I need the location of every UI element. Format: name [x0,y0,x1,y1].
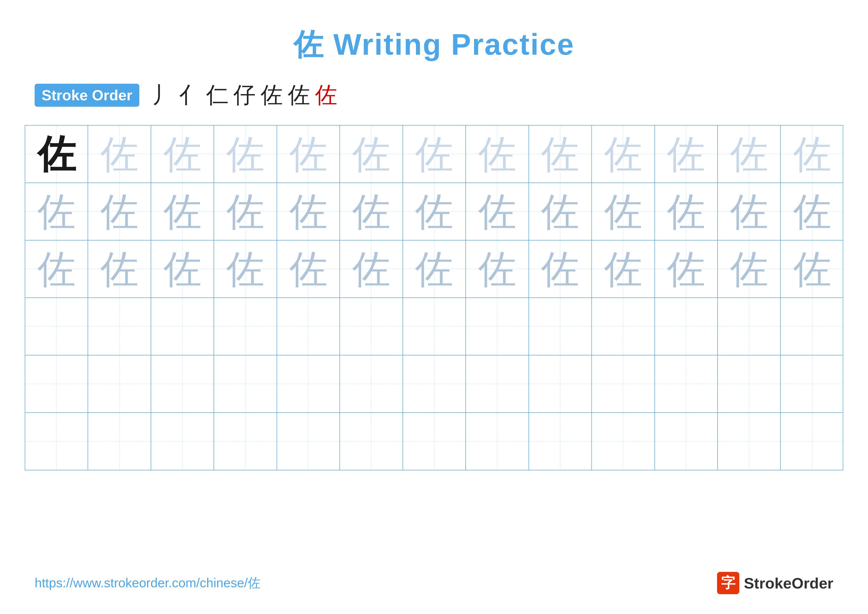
grid-cell[interactable]: 佐 [340,183,403,240]
grid-cell[interactable] [592,355,655,412]
char-medium: 佐 [352,193,391,231]
grid-cell[interactable] [466,355,529,412]
footer-url[interactable]: https://www.strokeorder.com/chinese/佐 [35,574,260,592]
grid-cell[interactable]: 佐 [718,183,781,240]
grid-cell[interactable]: 佐 [781,183,843,240]
grid-cell[interactable]: 佐 [529,183,592,240]
grid-cell[interactable] [718,298,781,355]
grid-cell[interactable] [781,355,843,412]
stroke-7: 佐 [315,80,337,110]
grid-cell[interactable] [466,298,529,355]
char-medium: 佐 [541,193,579,231]
grid-cell[interactable]: 佐 [25,126,88,183]
grid-cell[interactable] [403,355,466,412]
grid-cell[interactable] [466,413,529,470]
grid-cell[interactable] [529,413,592,470]
grid-cell[interactable]: 佐 [214,126,277,183]
practice-grid: 佐 佐 佐 佐 佐 佐 佐 佐 佐 佐 佐 佐 佐 佐 佐 佐 佐 佐 佐 佐 … [25,125,843,470]
grid-cell[interactable] [781,298,843,355]
char-light: 佐 [100,135,139,173]
grid-cell[interactable]: 佐 [592,241,655,297]
grid-cell[interactable]: 佐 [466,126,529,183]
grid-row-5 [25,355,843,413]
grid-cell[interactable]: 佐 [277,126,340,183]
stroke-5: 佐 [260,80,283,110]
grid-cell[interactable] [592,413,655,470]
char-medium: 佐 [793,250,831,288]
grid-cell[interactable] [151,355,214,412]
grid-cell[interactable]: 佐 [340,241,403,297]
grid-cell[interactable]: 佐 [781,126,843,183]
grid-cell[interactable] [214,413,277,470]
logo-icon: 字 [717,572,739,594]
grid-cell[interactable]: 佐 [88,241,151,297]
grid-cell[interactable]: 佐 [655,183,718,240]
grid-cell[interactable]: 佐 [718,241,781,297]
grid-cell[interactable] [781,413,843,470]
grid-cell[interactable] [25,413,88,470]
grid-cell[interactable]: 佐 [655,241,718,297]
grid-cell[interactable]: 佐 [151,183,214,240]
grid-cell[interactable] [277,298,340,355]
grid-cell[interactable]: 佐 [403,126,466,183]
grid-cell[interactable]: 佐 [277,241,340,297]
grid-cell[interactable] [88,355,151,412]
char-light: 佐 [226,135,265,173]
grid-cell[interactable]: 佐 [88,126,151,183]
stroke-order-badge: Stroke Order [35,84,139,107]
grid-cell[interactable] [655,413,718,470]
grid-cell[interactable]: 佐 [403,183,466,240]
grid-cell[interactable]: 佐 [466,183,529,240]
grid-cell[interactable]: 佐 [529,241,592,297]
grid-cell[interactable] [151,298,214,355]
grid-cell[interactable] [214,355,277,412]
grid-cell[interactable]: 佐 [277,183,340,240]
page-title: 佐 Writing Practice [0,0,868,65]
grid-cell[interactable] [88,298,151,355]
grid-cell[interactable] [214,298,277,355]
grid-cell[interactable] [25,355,88,412]
grid-cell[interactable]: 佐 [151,126,214,183]
grid-cell[interactable]: 佐 [88,183,151,240]
grid-cell[interactable] [529,298,592,355]
char-light: 佐 [478,135,516,173]
grid-cell[interactable] [403,298,466,355]
char-medium: 佐 [163,250,202,288]
grid-cell[interactable] [403,413,466,470]
grid-cell[interactable] [718,413,781,470]
grid-cell[interactable]: 佐 [340,126,403,183]
grid-cell[interactable] [151,413,214,470]
grid-cell[interactable]: 佐 [592,183,655,240]
grid-cell[interactable] [655,355,718,412]
char-light: 佐 [541,135,579,173]
grid-cell[interactable] [340,413,403,470]
stroke-4: 仔 [233,80,256,110]
grid-cell[interactable]: 佐 [151,241,214,297]
grid-cell[interactable]: 佐 [466,241,529,297]
grid-cell[interactable]: 佐 [529,126,592,183]
grid-cell[interactable]: 佐 [781,241,843,297]
grid-cell[interactable]: 佐 [403,241,466,297]
grid-cell[interactable] [277,413,340,470]
grid-cell[interactable]: 佐 [214,241,277,297]
grid-cell[interactable] [529,355,592,412]
grid-cell[interactable]: 佐 [592,126,655,183]
char-medium: 佐 [478,193,516,231]
char-light: 佐 [289,135,328,173]
grid-cell[interactable]: 佐 [25,241,88,297]
grid-cell[interactable] [592,298,655,355]
grid-cell[interactable] [340,298,403,355]
grid-cell[interactable]: 佐 [214,183,277,240]
grid-cell[interactable]: 佐 [655,126,718,183]
char-light: 佐 [415,135,453,173]
grid-cell[interactable]: 佐 [718,126,781,183]
grid-cell[interactable] [340,355,403,412]
grid-cell[interactable] [88,413,151,470]
grid-cell[interactable]: 佐 [25,183,88,240]
logo-char: 字 [721,574,735,593]
grid-cell[interactable] [655,298,718,355]
grid-cell[interactable] [277,355,340,412]
grid-cell[interactable] [25,298,88,355]
stroke-2: 亻 [179,80,201,110]
grid-cell[interactable] [718,355,781,412]
